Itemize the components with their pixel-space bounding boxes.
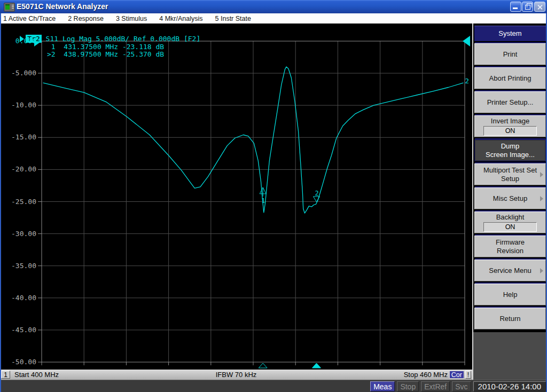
restore-icon — [525, 5, 530, 10]
marker-2-stimulus-indicator[interactable] — [312, 363, 321, 368]
marker-readout-row: >2 438.97500 MHz -25.370 dB — [47, 51, 164, 58]
trace-status-line: Tr2 S11 Log Mag 5.000dB/ Ref 0.000dB [F2… — [3, 27, 200, 35]
softkey-label: Revision — [497, 247, 523, 255]
correction-badge: Cor — [449, 371, 464, 379]
app-window: E5071C Network Analyzer 1 Active Ch/Trac… — [0, 0, 547, 392]
y-axis-label: -25.00 — [2, 197, 36, 206]
softkey-backlight[interactable]: BacklightON — [474, 211, 546, 233]
y-axis-label: -40.00 — [2, 293, 36, 302]
softkey-firmware-revision[interactable]: FirmwareRevision — [474, 236, 546, 257]
status-svc: Svc — [452, 381, 471, 391]
softkey-label: Multiport Test Set — [483, 166, 537, 175]
restore-button[interactable] — [522, 2, 533, 12]
y-axis-label: -20.00 — [2, 164, 36, 174]
y-axis-label: -15.00 — [2, 132, 36, 142]
submenu-arrow-icon — [540, 268, 543, 273]
window-title: E5071C Network Analyzer — [17, 0, 108, 13]
minimize-icon — [513, 7, 518, 9]
softkey-help[interactable]: Help — [474, 284, 546, 305]
instrument-status-bar: Meas StopExtRefSvc 2010-02-26 14:00 — [0, 380, 547, 392]
softkey-dump-screen-image[interactable]: DumpScreen Image... — [474, 139, 546, 161]
status-meas: Meas — [370, 381, 395, 391]
menu-2-response[interactable]: 2 Response — [68, 15, 104, 22]
close-icon — [537, 5, 542, 10]
softkey-label: Screen Image... — [486, 151, 535, 159]
submenu-arrow-icon — [540, 172, 543, 177]
status-datetime: 2010-02-26 14:00 — [473, 381, 546, 391]
status-stop: Stop — [397, 381, 419, 391]
softkey-label: Dump — [501, 142, 520, 151]
menu-1-active-ch-trace[interactable]: 1 Active Ch/Trace — [3, 15, 56, 22]
softkey-label: Misc Setup — [493, 194, 527, 203]
marker-1-stimulus-indicator[interactable] — [259, 363, 267, 368]
svg-text:1: 1 — [261, 197, 265, 205]
trace-end-label: 2 — [465, 77, 469, 85]
app-icon — [4, 3, 15, 12]
svg-text:2: 2 — [315, 190, 318, 197]
y-axis-label: -35.00 — [2, 261, 36, 270]
menu-3-stimulus[interactable]: 3 Stimulus — [116, 15, 147, 22]
y-axis-label: -5.000 — [2, 68, 36, 77]
ref-level-arrow-right[interactable] — [463, 36, 470, 46]
submenu-arrow-icon — [540, 196, 543, 201]
softkey-bottom-panel — [473, 332, 547, 380]
softkey-multiport-test-set-setup[interactable]: Multiport Test SetSetup — [474, 163, 546, 185]
softkey-value: ON — [483, 126, 537, 136]
softkey-label: Backlight — [496, 213, 525, 222]
minimize-button[interactable] — [510, 2, 521, 12]
softkey-label: Return — [499, 315, 520, 323]
screen-softkey-divider — [472, 23, 473, 380]
y-axis-label: 0.000 — [2, 36, 36, 45]
softkey-label: Help — [503, 291, 518, 299]
marker-1: 1 — [260, 187, 266, 205]
app-icon-buttons — [12, 5, 14, 9]
ifbw-label: IFBW 70 kHz — [0, 370, 472, 380]
title-bar: E5071C Network Analyzer — [0, 0, 547, 13]
menu-4-mkr-analysis[interactable]: 4 Mkr/Analysis — [159, 15, 202, 22]
softkey-abort-printing[interactable]: Abort Printing — [474, 67, 546, 89]
marker-2: 2 — [313, 190, 319, 202]
menu-bar: 1 Active Ch/Trace2 Response3 Stimulus4 M… — [0, 13, 547, 23]
close-button[interactable] — [534, 2, 545, 12]
softkey-label: Invert Image — [491, 117, 529, 126]
softkey-invert-image[interactable]: Invert ImageON — [474, 115, 546, 137]
softkey-service-menu[interactable]: Service Menu — [474, 260, 546, 281]
softkey-menu-title: System — [474, 26, 546, 41]
menu-5-instr-state[interactable]: 5 Instr State — [215, 15, 251, 22]
stop-frequency-label: Stop 460 MHz — [404, 370, 448, 380]
softkey-value: ON — [483, 222, 537, 232]
alert-badge: ! — [465, 371, 471, 379]
marker-readout: 1 431.37500 MHz -23.118 dB>2 438.97500 M… — [47, 43, 164, 58]
softkey-print[interactable]: Print — [474, 43, 546, 65]
marker-readout-row: 1 431.37500 MHz -23.118 dB — [47, 43, 164, 51]
softkey-label: Abort Printing — [489, 74, 532, 83]
softkey-label: Print — [503, 50, 518, 59]
y-axis-label: -10.00 — [2, 100, 36, 109]
channel-status-bar: 1 Start 400 MHz IFBW 70 kHz Stop 460 MHz… — [0, 370, 472, 380]
softkey-label: Service Menu — [489, 266, 531, 275]
softkey-misc-setup[interactable]: Misc Setup — [474, 187, 546, 209]
softkey-return[interactable]: Return — [474, 308, 546, 330]
plot-area[interactable]: 212 — [0, 23, 472, 370]
softkey-label: Setup — [501, 175, 519, 183]
softkey-printer-setup[interactable]: Printer Setup... — [474, 91, 546, 113]
y-axis-label: -50.00 — [2, 357, 36, 366]
y-axis-label: -30.00 — [2, 229, 36, 238]
status-extref: ExtRef — [421, 381, 450, 391]
app-icon-screen — [5, 4, 10, 10]
softkey-label: Firmware — [496, 238, 525, 247]
window-left-edge — [0, 13, 1, 392]
y-axis-label: -45.00 — [2, 325, 36, 334]
softkey-label: Printer Setup... — [487, 98, 534, 107]
trace-format-text: S11 Log Mag 5.000dB/ Ref 0.000dB [F2] — [42, 35, 200, 43]
